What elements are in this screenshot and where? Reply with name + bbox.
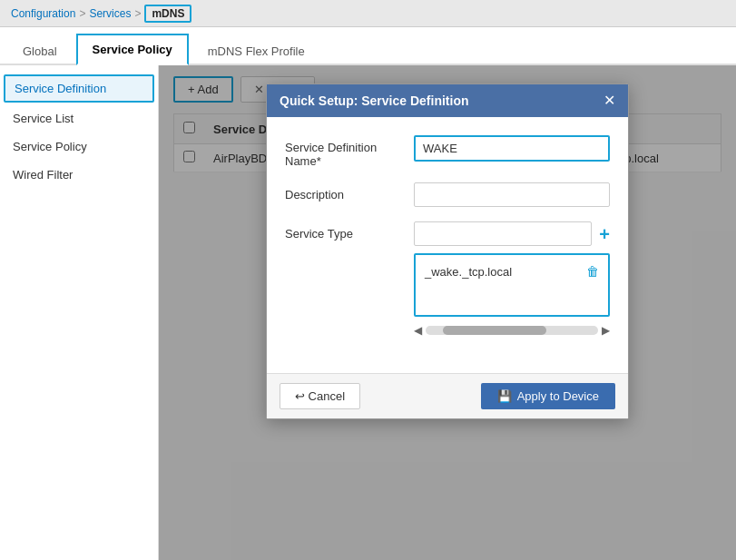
apply-icon: 💾 (497, 389, 512, 403)
modal-header: Quick Setup: Service Definition ✕ (267, 84, 628, 117)
modal-title: Quick Setup: Service Definition (280, 93, 469, 108)
description-input[interactable] (414, 182, 610, 207)
apply-label: Apply to Device (517, 389, 599, 403)
service-type-input-row: + (414, 221, 610, 246)
scrollbar-row: ◀ ▶ (414, 320, 610, 340)
service-type-label: Service Type (285, 221, 403, 241)
add-service-type-button[interactable]: + (599, 225, 610, 243)
breadcrumb-sep-2: > (134, 7, 141, 20)
service-list-box: _wake._tcp.local 🗑 (414, 253, 610, 317)
service-def-name-input[interactable] (414, 135, 610, 162)
sidebar-item-service-definition[interactable]: Service Definition (4, 74, 154, 103)
service-def-name-control (414, 135, 610, 162)
service-type-control: + _wake._tcp.local 🗑 ◀ (414, 221, 610, 340)
service-def-name-label: Service Definition Name* (285, 135, 403, 168)
scroll-track[interactable] (426, 326, 598, 335)
description-label: Description (285, 182, 403, 201)
modal-close-button[interactable]: ✕ (604, 93, 615, 108)
tab-bar: Global Service Policy mDNS Flex Profile (0, 27, 736, 65)
main-content: Service Definition Service List Service … (0, 65, 736, 560)
breadcrumb-configuration[interactable]: Configuration (11, 7, 75, 20)
cancel-button[interactable]: ↩ Cancel (280, 383, 360, 409)
scroll-thumb (443, 326, 546, 335)
sidebar-item-service-policy[interactable]: Service Policy (0, 133, 158, 161)
right-panel: + Add ✕ Delete Service Definition ▼ Desc… (159, 65, 736, 560)
service-def-name-row: Service Definition Name* (285, 135, 610, 168)
modal-footer: ↩ Cancel 💾 Apply to Device (267, 373, 628, 418)
breadcrumb-sep-1: > (79, 7, 85, 20)
service-list-item: _wake._tcp.local 🗑 (423, 260, 601, 282)
breadcrumb: Configuration > Services > mDNS (0, 0, 736, 27)
modal-body: Service Definition Name* Description (267, 117, 628, 373)
sidebar-item-wired-filter[interactable]: Wired Filter (0, 161, 158, 189)
tab-service-policy[interactable]: Service Policy (76, 34, 189, 65)
description-row: Description (285, 182, 610, 207)
tab-global[interactable]: Global (7, 36, 73, 65)
apply-to-device-button[interactable]: 💾 Apply to Device (481, 383, 615, 409)
modal-overlay: Quick Setup: Service Definition ✕ Servic… (159, 65, 736, 560)
sidebar: Service Definition Service List Service … (0, 65, 159, 560)
breadcrumb-mdns: mDNS (144, 5, 191, 23)
sidebar-item-service-list[interactable]: Service List (0, 104, 158, 133)
quick-setup-modal: Quick Setup: Service Definition ✕ Servic… (266, 84, 629, 419)
delete-service-button[interactable]: 🗑 (586, 264, 599, 279)
service-type-row: Service Type + _wake._tcp.local 🗑 (285, 221, 610, 340)
tab-mdns-flex-profile[interactable]: mDNS Flex Profile (192, 36, 320, 65)
scroll-left-icon[interactable]: ◀ (414, 324, 422, 337)
scroll-right-icon[interactable]: ▶ (602, 324, 610, 337)
breadcrumb-services[interactable]: Services (89, 7, 131, 20)
description-control (414, 182, 610, 207)
service-type-input[interactable] (414, 221, 592, 246)
service-list-value: _wake._tcp.local (425, 265, 512, 279)
